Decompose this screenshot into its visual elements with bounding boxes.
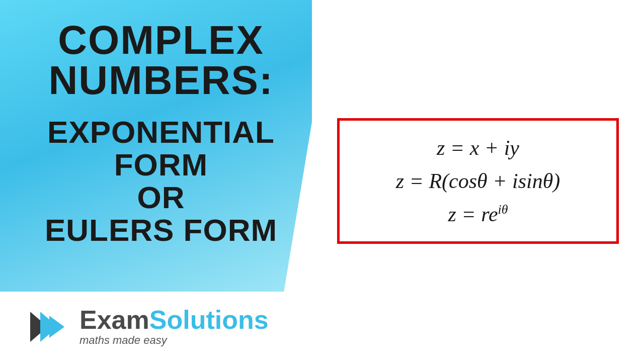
- title-complex: COMPLEX: [10, 20, 312, 60]
- formula-2-text: z = R(cosθ + isinθ): [396, 169, 560, 193]
- logo-icon: [30, 307, 70, 347]
- logo-text-block: ExamSolutions maths made easy: [79, 307, 269, 347]
- formula-line-1: z = x + iy: [437, 136, 519, 160]
- formula-1-text: z = x + iy: [437, 136, 519, 159]
- logo-solutions: Solutions: [149, 305, 269, 334]
- subtitle-line3: EULERS FORM: [10, 214, 312, 246]
- bottom-area: ExamSolutions maths made easy: [0, 292, 332, 362]
- logo-tagline: maths made easy: [79, 334, 269, 347]
- main-container: COMPLEX NUMBERS: EXPONENTIAL FORM OR EUL…: [0, 0, 644, 362]
- subtitle-block: EXPONENTIAL FORM OR EULERS FORM: [10, 116, 312, 246]
- logo-area: ExamSolutions maths made easy: [30, 307, 269, 347]
- right-panel: z = x + iy z = R(cosθ + isinθ) z = reiθ: [312, 0, 644, 362]
- formula-line-2: z = R(cosθ + isinθ): [396, 169, 560, 193]
- formula-line-3: z = reiθ: [448, 202, 508, 226]
- logo-exam: Exam: [79, 305, 149, 334]
- left-panel: COMPLEX NUMBERS: EXPONENTIAL FORM OR EUL…: [0, 0, 332, 302]
- formula-box: z = x + iy z = R(cosθ + isinθ) z = reiθ: [337, 118, 619, 244]
- formula-3-text: z = reiθ: [448, 203, 508, 226]
- logo-main: ExamSolutions: [79, 307, 269, 333]
- subtitle-line1: EXPONENTIAL FORM: [10, 116, 312, 181]
- svg-marker-2: [49, 316, 64, 338]
- title-numbers: NUMBERS:: [10, 60, 312, 101]
- subtitle-line2: OR: [10, 181, 312, 214]
